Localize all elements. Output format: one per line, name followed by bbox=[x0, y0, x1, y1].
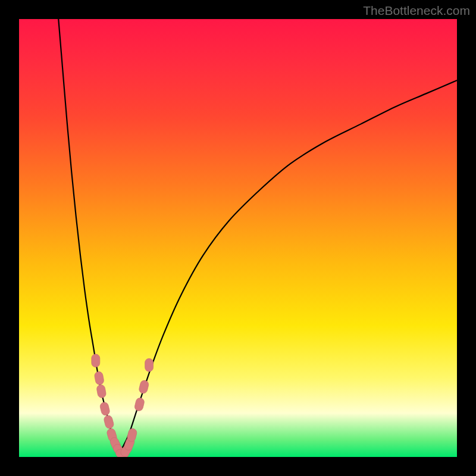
marker bbox=[103, 415, 114, 430]
marker bbox=[145, 358, 154, 371]
outer-frame: TheBottleneck.com bbox=[0, 0, 476, 476]
marker bbox=[99, 402, 111, 416]
marker bbox=[92, 354, 100, 367]
watermark-text: TheBottleneck.com bbox=[363, 4, 470, 18]
marker bbox=[138, 380, 149, 394]
curve-right-branch bbox=[120, 80, 457, 453]
marker bbox=[134, 397, 145, 412]
curve-left-branch bbox=[58, 19, 120, 453]
marker bbox=[94, 371, 105, 385]
marker bbox=[96, 384, 107, 399]
plot-area bbox=[19, 19, 457, 457]
marker-group bbox=[92, 354, 154, 457]
chart-svg bbox=[19, 19, 457, 457]
